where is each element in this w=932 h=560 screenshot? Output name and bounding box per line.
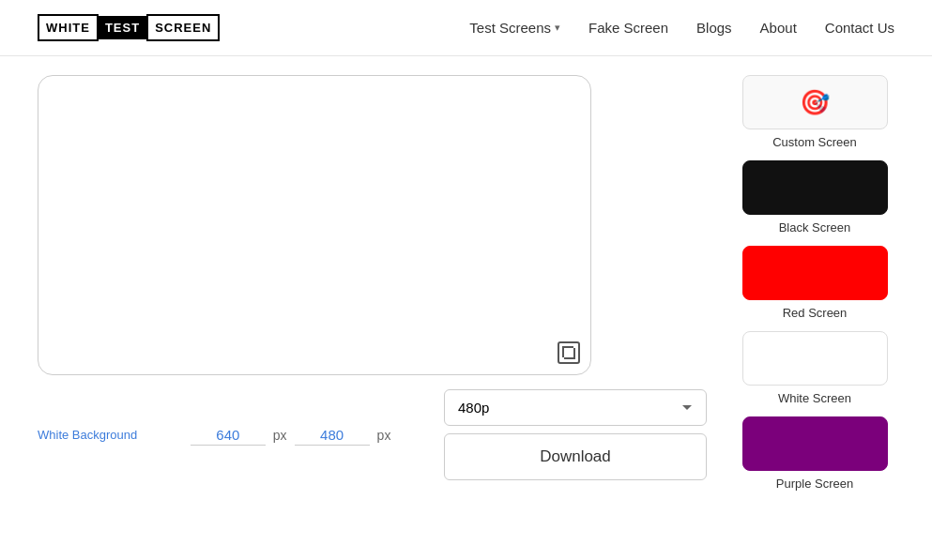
red-screen-label: Red Screen bbox=[783, 306, 848, 320]
purple-screen-card[interactable]: Purple Screen bbox=[735, 416, 894, 491]
height-input[interactable] bbox=[295, 425, 370, 446]
logo-screen: SCREEN bbox=[146, 14, 220, 41]
white-screen-label: White Screen bbox=[778, 391, 851, 405]
logo-white: WHITE bbox=[38, 14, 99, 41]
contact-us-nav[interactable]: Contact Us bbox=[825, 20, 894, 36]
resolution-select[interactable]: 480p720p1080p4K bbox=[444, 389, 707, 426]
main-content: White Background px px 480p720p1080p4K D… bbox=[0, 56, 932, 544]
dropdown-arrow-icon: ▾ bbox=[555, 22, 560, 34]
screen-preview-container bbox=[38, 75, 591, 375]
width-unit: px bbox=[273, 428, 287, 443]
custom-screen-card[interactable]: 🎯 Custom Screen bbox=[735, 75, 894, 149]
fake-screen-nav[interactable]: Fake Screen bbox=[588, 20, 668, 36]
red-screen-card[interactable]: Red Screen bbox=[735, 246, 894, 320]
white-screen-thumb bbox=[742, 331, 888, 386]
height-unit: px bbox=[377, 428, 391, 443]
custom-screen-icon: 🎯 bbox=[800, 88, 830, 117]
red-screen-thumb bbox=[742, 246, 888, 300]
resolution-download-panel: 480p720p1080p4K Download bbox=[444, 389, 707, 480]
black-screen-thumb bbox=[742, 160, 888, 215]
dimensions-row: px px bbox=[191, 425, 391, 446]
site-logo[interactable]: WHITE TEST SCREEN bbox=[38, 14, 220, 41]
black-screen-card[interactable]: Black Screen bbox=[735, 160, 894, 235]
screen-preview bbox=[38, 75, 591, 375]
custom-screen-thumb: 🎯 bbox=[742, 75, 888, 129]
left-panel: White Background px px 480p720p1080p4K D… bbox=[38, 75, 707, 525]
background-label: White Background bbox=[38, 428, 137, 442]
blogs-nav[interactable]: Blogs bbox=[696, 20, 732, 36]
controls-row: White Background px px 480p720p1080p4K D… bbox=[38, 389, 707, 480]
purple-screen-thumb bbox=[742, 416, 888, 471]
right-panel: 🎯 Custom Screen Black Screen Red Screen … bbox=[735, 75, 894, 525]
white-screen-card[interactable]: White Screen bbox=[735, 331, 894, 405]
fullscreen-button[interactable] bbox=[558, 341, 580, 364]
about-nav[interactable]: About bbox=[760, 20, 797, 36]
site-header: WHITE TEST SCREEN Test Screens ▾ Fake Sc… bbox=[0, 0, 932, 56]
main-nav: Test Screens ▾ Fake Screen Blogs About C… bbox=[469, 20, 894, 36]
purple-screen-label: Purple Screen bbox=[776, 477, 853, 491]
custom-screen-label: Custom Screen bbox=[772, 135, 857, 149]
test-screens-nav[interactable]: Test Screens ▾ bbox=[469, 20, 560, 36]
logo-test: TEST bbox=[99, 16, 146, 39]
width-input[interactable] bbox=[191, 425, 266, 446]
black-screen-label: Black Screen bbox=[779, 220, 851, 235]
download-button[interactable]: Download bbox=[444, 433, 707, 480]
